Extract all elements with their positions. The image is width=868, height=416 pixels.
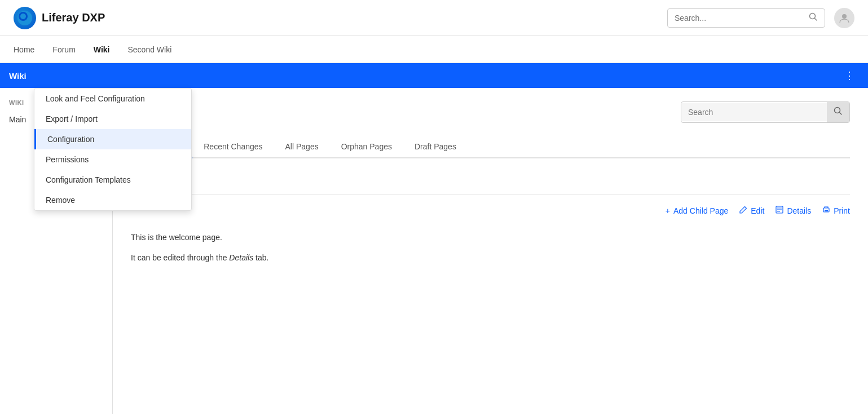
- nav-item-second-wiki[interactable]: Second Wiki: [127, 43, 171, 56]
- page-content: This is the welcome page. It can be edit…: [131, 231, 850, 265]
- page-divider: [131, 194, 850, 194]
- action-buttons: + Add Child Page Edit Details Print: [131, 203, 850, 218]
- edit-icon: [739, 206, 747, 215]
- nav-bar: Home Forum Wiki Second Wiki: [0, 36, 868, 63]
- top-header: Liferay DXP: [0, 0, 868, 36]
- print-icon: [822, 206, 830, 215]
- widget-header: Wiki ⋮ Look and Feel Configuration Expor…: [0, 63, 868, 88]
- svg-line-7: [840, 113, 842, 115]
- content-line1: This is the welcome page.: [131, 231, 850, 245]
- svg-rect-13: [825, 210, 828, 211]
- details-icon: [776, 206, 783, 215]
- logo-area: Liferay DXP: [14, 7, 667, 29]
- logo-icon: [14, 7, 36, 29]
- user-avatar[interactable]: [834, 8, 854, 28]
- page-search-button[interactable]: [827, 102, 849, 122]
- tab-draft-pages[interactable]: Draft Pages: [403, 136, 468, 158]
- header-search-input[interactable]: [675, 14, 804, 23]
- print-button[interactable]: Print: [822, 203, 850, 218]
- content-line2: It can be edited through the Details tab…: [131, 251, 850, 265]
- svg-line-4: [815, 18, 817, 20]
- header-search-container: [667, 8, 825, 28]
- nav-item-forum[interactable]: Forum: [52, 43, 75, 56]
- page-title: FrontPage: [131, 172, 850, 185]
- svg-point-5: [842, 14, 847, 19]
- widget-menu-button[interactable]: ⋮: [840, 67, 859, 84]
- page-search-bar: [131, 101, 850, 123]
- widget-dropdown-menu: Look and Feel Configuration Export / Imp…: [34, 88, 192, 211]
- dropdown-item-configuration[interactable]: Configuration: [34, 129, 191, 149]
- page-search-container: [681, 101, 850, 123]
- tab-all-pages[interactable]: All Pages: [274, 136, 330, 158]
- plus-icon: +: [666, 206, 670, 215]
- dropdown-item-config-templates[interactable]: Configuration Templates: [34, 170, 191, 190]
- add-child-page-button[interactable]: + Add Child Page: [666, 203, 728, 218]
- dropdown-item-look-and-feel[interactable]: Look and Feel Configuration: [34, 88, 191, 109]
- dropdown-item-permissions[interactable]: Permissions: [34, 149, 191, 170]
- app-title: Liferay DXP: [42, 11, 105, 24]
- svg-point-2: [20, 14, 26, 19]
- widget-title: Wiki: [9, 71, 840, 81]
- tab-orphan-pages[interactable]: Orphan Pages: [330, 136, 403, 158]
- nav-item-home[interactable]: Home: [14, 43, 34, 56]
- tabs-bar: FrontPage Recent Changes All Pages Orpha…: [131, 136, 850, 158]
- header-search-icon: [809, 12, 818, 24]
- content-area: FrontPage Recent Changes All Pages Orpha…: [113, 88, 868, 414]
- nav-item-wiki[interactable]: Wiki: [94, 43, 110, 56]
- dropdown-item-remove[interactable]: Remove: [34, 190, 191, 210]
- edit-button[interactable]: Edit: [739, 203, 764, 218]
- dropdown-item-export-import[interactable]: Export / Import: [34, 109, 191, 129]
- page-search-input[interactable]: [681, 103, 827, 121]
- tab-recent-changes[interactable]: Recent Changes: [192, 136, 274, 158]
- details-button[interactable]: Details: [776, 203, 811, 218]
